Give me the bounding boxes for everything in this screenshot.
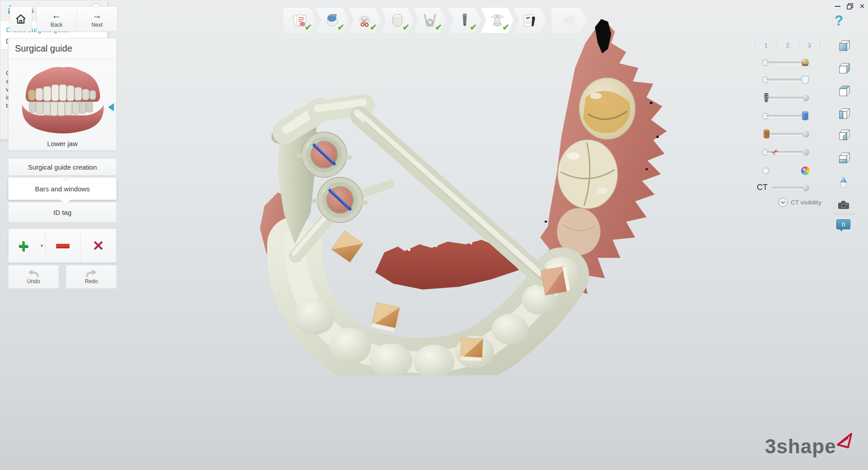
tooth-visibility-slider[interactable] [762, 74, 809, 85]
implant-visibility-slider[interactable] [762, 92, 809, 104]
slider-thumb[interactable] [802, 185, 809, 191]
remove-button[interactable] [46, 229, 80, 262]
copper-cylinder-icon[interactable] [760, 128, 772, 140]
back-arrow-icon: ← [52, 10, 61, 20]
guide-tools-toolbar: + ▾ ✕ [8, 228, 117, 263]
color-visibility-control[interactable] [762, 165, 809, 176]
screenshot-camera-icon[interactable] [836, 198, 851, 212]
slider-left-end [762, 167, 769, 174]
application-window: ✕ ? ← Back → Next ✔ ✔ [0, 0, 868, 470]
home-button[interactable] [9, 6, 32, 32]
sidebar-item-id-tag[interactable]: ID tag [8, 202, 117, 223]
tooth-icon[interactable] [799, 74, 811, 85]
step-check-icon: ✔ [502, 22, 509, 33]
3d-viewport[interactable] [194, 14, 710, 375]
jaw-preview-thumbnail[interactable] [18, 62, 108, 138]
step-check-icon: ✔ [470, 22, 477, 33]
sidebar-item-label: ID tag [53, 209, 71, 216]
step-check-icon: ✔ [435, 22, 442, 33]
selected-item-notch [60, 199, 71, 204]
redo-button[interactable]: Redo [66, 265, 117, 289]
undo-label: Undo [27, 278, 40, 285]
undo-button[interactable]: Undo [8, 265, 59, 289]
comment-count: 0 [842, 221, 845, 228]
ct-visibility-expander[interactable]: CT visibility [778, 198, 821, 207]
restore-icon [847, 3, 853, 9]
minus-icon [56, 244, 70, 247]
help-icon: ? [835, 13, 843, 28]
caret-down-icon: ▾ [41, 243, 43, 248]
slider-thumb[interactable] [802, 95, 809, 101]
divider [835, 214, 855, 214]
view-left-cube-icon[interactable] [836, 61, 851, 76]
sleeve-cylinder-icon[interactable] [799, 110, 811, 122]
sidebar-item-label: Bars and windows [35, 185, 90, 193]
minimize-icon [835, 6, 840, 7]
cross-icon: ✕ [93, 237, 104, 254]
surgical-guide-model [268, 102, 580, 375]
page-title: Surgical guide [9, 38, 116, 59]
ct-slider-label: CT [757, 183, 768, 192]
slider-track [772, 187, 806, 189]
view-back-cube-icon[interactable] [836, 128, 851, 142]
home-icon [15, 13, 27, 25]
help-button[interactable]: ? [835, 13, 843, 29]
tab-label: 3 [807, 41, 811, 49]
sidebar-item-label: Surgical guide creation [28, 163, 97, 171]
visibility-tab-2[interactable]: 2 [777, 38, 798, 51]
next-label: Next [91, 22, 103, 28]
undo-arrow-icon [27, 269, 40, 277]
tab-label: 2 [786, 41, 789, 49]
sidebar-item-surgical-guide-creation[interactable]: Surgical guide creation [8, 158, 117, 176]
redo-label: Redo [85, 278, 98, 285]
plus-icon: + [18, 236, 28, 256]
brand-logo-mark-icon [836, 432, 854, 450]
ct-visibility-slider[interactable] [769, 182, 809, 194]
add-button[interactable]: + [9, 229, 38, 262]
workflow-step-export[interactable] [552, 8, 587, 33]
sidebar-panel: Surgical guide [8, 38, 117, 151]
close-icon: ✕ [859, 2, 865, 10]
abutment-base-visibility-slider[interactable] [762, 128, 809, 140]
view-bottom-cube-icon[interactable] [836, 151, 851, 165]
chevron-down-circle-icon [778, 198, 788, 207]
abutment-visibility-slider[interactable] [762, 57, 809, 68]
scissors-icon[interactable]: ✂ [767, 144, 784, 161]
brand-logo: 3shape [765, 435, 836, 458]
workflow-step-order-form[interactable]: ✔ [283, 8, 316, 33]
restore-button[interactable] [844, 2, 855, 11]
close-button[interactable]: ✕ [857, 2, 868, 11]
step-check-icon: ✔ [370, 22, 377, 33]
implant-screw-icon[interactable] [760, 92, 772, 104]
back-button[interactable]: ← Back [36, 6, 77, 32]
abutment-crown-icon[interactable] [799, 57, 811, 68]
visibility-tab-3[interactable]: 3 [798, 38, 820, 51]
slider-thumb[interactable] [802, 149, 809, 156]
2d-view-icon[interactable] [836, 176, 851, 190]
view-top-cube-icon[interactable] [836, 84, 851, 98]
back-label: Back [51, 22, 63, 28]
add-options-dropdown[interactable]: ▾ [38, 229, 46, 262]
ct-visibility-label: CT visibility [791, 199, 821, 206]
step-check-icon: ✔ [305, 22, 312, 33]
view-front-cube-icon[interactable] [836, 38, 851, 53]
export-disc-icon [561, 12, 577, 28]
next-button[interactable]: → Next [76, 6, 118, 32]
redo-arrow-icon [85, 269, 98, 277]
cut-visibility-slider[interactable]: ✂ [762, 146, 809, 158]
comments-badge[interactable]: 0 [836, 219, 850, 229]
flyout-collapse-arrow-icon[interactable] [108, 103, 114, 111]
minimize-button[interactable] [832, 2, 843, 11]
guide-sleeve-2[interactable] [311, 177, 368, 223]
delete-button[interactable]: ✕ [80, 229, 116, 262]
step-check-icon: ✔ [402, 22, 410, 33]
report-icon [522, 12, 538, 28]
sleeve-visibility-slider[interactable] [762, 110, 809, 122]
slider-thumb[interactable] [802, 131, 809, 138]
view-right-cube-icon[interactable] [836, 106, 851, 121]
visibility-tab-1[interactable]: 1 [755, 38, 777, 51]
tab-label: 1 [764, 41, 768, 49]
next-arrow-icon: → [92, 10, 102, 20]
selected-item-notch [60, 177, 71, 181]
color-sphere-icon[interactable] [799, 165, 811, 176]
